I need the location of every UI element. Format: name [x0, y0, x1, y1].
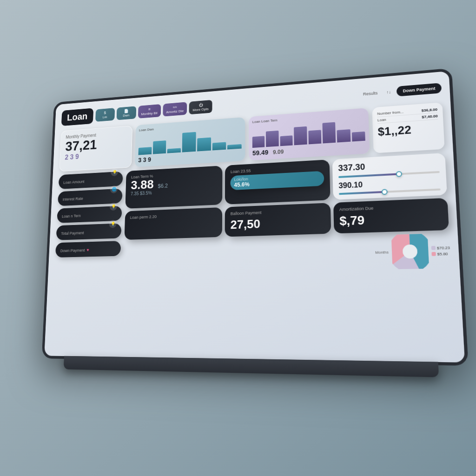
pie-row: Months $70.23 — [123, 233, 451, 274]
down-payment-button[interactable]: Down Payment — [397, 83, 442, 96]
slider-fill-1 — [338, 173, 398, 178]
balloon-value: 27,50 — [231, 214, 325, 232]
pbar-1 — [252, 136, 265, 148]
results-label: Results — [360, 91, 381, 97]
sidebar-down-payment[interactable]: Down Payment ♥ — [55, 241, 121, 258]
chart-2: Loan Loan Tern 59.49 9.09 — [249, 108, 370, 160]
teal-inner: Loki/lon 45.6% — [231, 171, 324, 191]
info-row-1-label: Number from... — [377, 110, 403, 116]
laptop-screen: Loan $ Lm 📄 Dwn ≡ Monthly Bil ≈≈ Amortiz… — [42, 68, 469, 365]
amortization-value: $,79 — [339, 210, 443, 229]
bar-5 — [197, 138, 211, 152]
rate-value-1: 337.30 — [338, 158, 439, 173]
pbar-7 — [337, 129, 350, 143]
balloon-payment-card: Balloon Payment 27,50 — [225, 203, 331, 237]
sidebar: Loan Amount 💡 Interest Rate 🌐 Loan n Ter… — [54, 172, 123, 275]
slider-fill-2 — [339, 191, 384, 195]
sidebar-loan-term-label: Loan n Tern — [62, 213, 81, 218]
chart-2-number: 59.49 — [252, 149, 268, 157]
loan-amount-icon: 💡 — [111, 168, 118, 176]
info-row-1-value: $36,8.00 — [422, 107, 438, 113]
nav-tab-down-pmt-icon: 📄 — [124, 109, 129, 113]
loan-term-2-label: Loan perm 2.20 — [130, 212, 217, 220]
nav-tab-monthly[interactable]: ≡ Monthly Bil — [138, 104, 161, 119]
legend-item-1: $70.23 — [431, 245, 450, 251]
sidebar-down-payment-label: Down Payment — [60, 248, 85, 253]
sidebar-total-payment-label: Total Payment — [61, 231, 84, 236]
bar-6 — [212, 142, 226, 150]
pie-chart — [391, 234, 429, 270]
bar-4 — [182, 132, 196, 152]
down-payment-heart-icon: ♥ — [86, 247, 89, 252]
legend-item-2: $5.80 — [431, 251, 450, 257]
sidebar-interest-rate-label: Interest Rate — [63, 196, 83, 201]
pbar-4 — [294, 126, 307, 145]
legend-color-2 — [431, 252, 436, 256]
nav-tab-loan-amt-icon: $ — [104, 111, 106, 115]
nav-tab-down-pmt[interactable]: 📄 Dwn — [116, 106, 136, 120]
nav-tab-monthly-label: Monthly Bil — [141, 111, 158, 116]
amortization-card: Amortization Due $,79 — [333, 198, 449, 234]
bar-1 — [139, 147, 152, 155]
extra-label: ↑↓ — [383, 89, 394, 95]
loan-term-2-card: Loan perm 2.20 — [125, 207, 223, 240]
nav-tab-amortiz-icon: ≈≈ — [173, 105, 177, 110]
pbar-6 — [322, 122, 336, 144]
right-content: Loan Term % 3.88 $6.2 7.35 $3.5% Loan 23… — [123, 153, 451, 274]
info-big-value: $1,,22 — [377, 121, 439, 139]
legend-color-1 — [431, 246, 436, 250]
pbar-3 — [280, 135, 293, 146]
nav-tab-loan-amt-label: Lm — [103, 115, 107, 119]
legend-label-1: $70.23 — [437, 245, 450, 250]
nav-tab-down-pmt-label: Dwn — [123, 113, 129, 118]
loan-term-sub: $6.2 — [158, 183, 168, 189]
legend-label-2: $5.80 — [437, 251, 448, 256]
interest-rate-icon: 🌐 — [110, 185, 118, 193]
loan-term-value: 3.88 — [131, 178, 154, 192]
nav-tab-more[interactable]: ⏻ More Opts — [189, 100, 212, 114]
bar-2 — [153, 140, 166, 154]
total-payment-icon: 💡 — [109, 220, 117, 228]
rate-value-2: 390.10 — [338, 177, 440, 190]
sidebar-loan-amount-label: Loan Amount — [63, 179, 85, 185]
pbar-2 — [266, 131, 278, 147]
main-section: Loan Amount 💡 Interest Rate 🌐 Loan n Ter… — [54, 153, 451, 275]
loan-value-card: Loan 23.55 Loki/lon 45.6% — [225, 159, 330, 205]
monthly-payment-card: Monthly Payment 37,21 2 3 9 — [59, 126, 132, 172]
nav-tab-monthly-icon: ≡ — [148, 107, 151, 111]
nav-tab-more-icon: ⏻ — [198, 103, 202, 107]
chart-1: Loan Dwn 3 3 9 — [135, 117, 245, 167]
chart-2-sub: 9.09 — [273, 149, 284, 156]
loan-term-icon: 💡 — [110, 203, 117, 211]
info-row-2-value: $7,40.00 — [422, 114, 438, 119]
nav-tab-amortiz-label: Amortiz Dte — [166, 109, 184, 114]
sidebar-total-payment[interactable]: Total Payment 💡 — [56, 223, 122, 240]
months-label: Months — [375, 250, 389, 254]
info-row-2-label: Loan — [377, 118, 386, 122]
nav-tab-amortiz[interactable]: ≈≈ Amortiz Dte — [163, 102, 187, 116]
slider-thumb-1[interactable] — [396, 171, 403, 177]
bar-7 — [227, 144, 241, 149]
bar-3 — [167, 148, 181, 153]
nav-tab-loan-amt[interactable]: $ Lm — [95, 108, 115, 122]
nav-tab-more-label: More Opts — [192, 107, 209, 112]
info-table-card: Number from... $36,8.00 Loan $7,40.00 $1… — [372, 102, 444, 153]
pbar-8 — [352, 132, 365, 142]
slider-thumb-2[interactable] — [382, 189, 388, 195]
pie-legend: $70.23 $5.80 — [431, 245, 450, 257]
app-logo: Loan — [61, 108, 93, 126]
loan-term-card: Loan Term % 3.88 $6.2 7.35 $3.5% — [125, 165, 222, 209]
rates-card: 337.30 390.10 — [332, 153, 447, 200]
pbar-5 — [308, 130, 321, 144]
